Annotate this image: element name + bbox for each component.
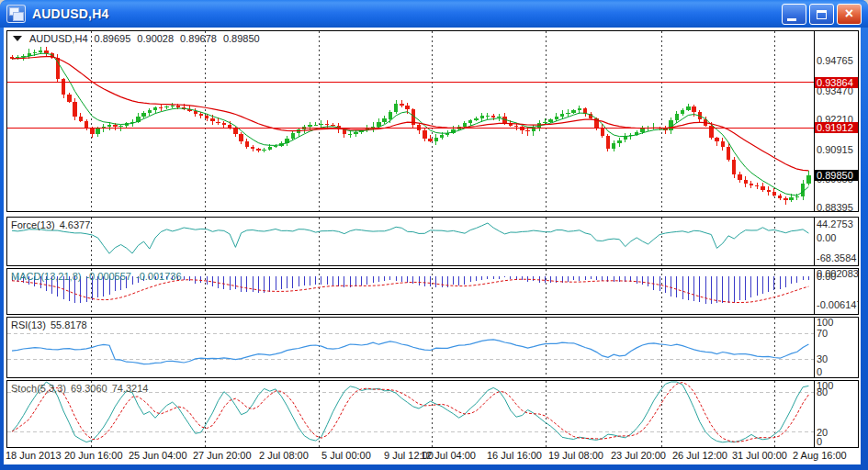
date-label: 26 Jul 12:00 xyxy=(672,450,727,461)
rsi-name: RSI(13) xyxy=(11,319,46,330)
force-value: 4.6377 xyxy=(60,219,91,230)
rsi-chart-canvas[interactable] xyxy=(7,318,858,377)
minimize-icon xyxy=(787,18,796,21)
macd-main-value: -0.000557 xyxy=(85,271,131,282)
chart-window-icon xyxy=(6,5,26,23)
stochastic-name: Stoch(5,3,3) xyxy=(11,383,66,394)
date-label: 5 Jul 00:00 xyxy=(321,450,371,461)
maximize-button[interactable] xyxy=(809,4,834,25)
header-open: 0.89695 xyxy=(95,33,131,44)
date-label: 27 Jun 20:00 xyxy=(193,450,252,461)
price-tick: 0.88395 xyxy=(817,203,853,212)
header-close: 0.89850 xyxy=(223,33,260,44)
date-label: 20 Jun 16:00 xyxy=(64,450,123,461)
force-axis-tick: 44.2753 xyxy=(817,219,853,229)
macd-indicator-panel[interactable]: MACD(13,21,8)-0.000557-0.001736 0.002083… xyxy=(6,268,859,315)
close-button[interactable]: × xyxy=(837,4,862,25)
price-level-badge: 0.91912 xyxy=(815,122,858,133)
date-label: 31 Jul 00:00 xyxy=(732,450,787,461)
force-label: Force(13)4.6377 xyxy=(11,219,95,230)
rsi-axis-tick: 100 xyxy=(817,318,833,328)
window-title: AUDUSD,H4 xyxy=(32,6,108,21)
symbol-dropdown-icon[interactable] xyxy=(13,36,22,41)
stochastic-d-value: 74.3214 xyxy=(112,383,149,394)
rsi-axis-tick: 70 xyxy=(817,329,828,339)
stoch-axis-tick: 80 xyxy=(817,387,828,397)
date-label: 19 Jul 08:00 xyxy=(548,450,603,461)
date-label: 25 Jun 04:00 xyxy=(129,450,187,461)
price-tick: 0.90915 xyxy=(817,145,853,155)
close-icon: × xyxy=(845,6,853,21)
window-titlebar[interactable]: AUDUSD,H4 × xyxy=(0,0,868,28)
force-chart-canvas[interactable] xyxy=(7,218,858,265)
price-chart-canvas[interactable] xyxy=(7,31,858,211)
date-label: 12 Jul 04:00 xyxy=(421,450,476,461)
header-low: 0.89678 xyxy=(180,33,217,44)
macd-axis-tick: 0.00 xyxy=(817,272,836,282)
time-axis[interactable]: 18 Jun 201320 Jun 16:0025 Jun 04:0027 Ju… xyxy=(6,448,859,464)
rsi-value: 55.8178 xyxy=(51,319,87,330)
stochastic-label: Stoch(5,3,3)69.306074.3214 xyxy=(11,383,152,394)
rsi-indicator-panel[interactable]: RSI(13)55.8178 10070300 xyxy=(6,317,859,378)
header-symbol: AUDUSD,H4 xyxy=(29,33,88,44)
force-name: Force(13) xyxy=(11,219,55,230)
mt4-chart-window: AUDUSD,H4 × AUDUSD,H4 0.89695 0.90028 0.… xyxy=(0,0,868,470)
rsi-label: RSI(13)55.8178 xyxy=(11,319,92,330)
macd-label: MACD(13,21,8)-0.000557-0.001736 xyxy=(11,271,186,282)
macd-axis-tick: -0.006147 xyxy=(817,300,859,310)
macd-signal-value: -0.001736 xyxy=(136,271,182,282)
stochastic-k-value: 69.3060 xyxy=(71,383,107,394)
price-tick: 0.94765 xyxy=(817,56,853,66)
rsi-axis-tick: 0 xyxy=(817,367,822,377)
stochastic-indicator-panel[interactable]: Stoch(5,3,3)69.306074.3214 10080200 xyxy=(6,380,859,448)
maximize-icon xyxy=(817,10,827,19)
minimize-button[interactable] xyxy=(782,4,806,25)
ohlc-header: AUDUSD,H4 0.89695 0.90028 0.89678 0.8985… xyxy=(13,33,266,44)
macd-name: MACD(13,21,8) xyxy=(11,271,81,282)
date-label: 2 Aug 16:00 xyxy=(793,450,847,461)
force-axis-tick: 0.00 xyxy=(817,233,836,243)
date-label: 18 Jun 2013 xyxy=(6,450,62,461)
date-label: 23 Jul 20:00 xyxy=(611,450,666,461)
date-label: 16 Jul 16:00 xyxy=(487,450,542,461)
force-indicator-panel[interactable]: Force(13)4.6377 44.27530.00-68.3584 xyxy=(6,217,859,266)
window-controls: × xyxy=(782,4,862,25)
stoch-axis-tick: 0 xyxy=(817,437,822,447)
price-chart-panel[interactable]: AUDUSD,H4 0.89695 0.90028 0.89678 0.8985… xyxy=(6,30,859,212)
price-level-badge: 0.93864 xyxy=(815,77,858,88)
date-label: 2 Jul 08:00 xyxy=(259,450,309,461)
header-high: 0.90028 xyxy=(137,33,174,44)
rsi-axis-tick: 30 xyxy=(817,354,828,364)
current-price-badge: 0.89850 xyxy=(815,170,858,181)
force-axis-tick: -68.3584 xyxy=(817,253,856,263)
